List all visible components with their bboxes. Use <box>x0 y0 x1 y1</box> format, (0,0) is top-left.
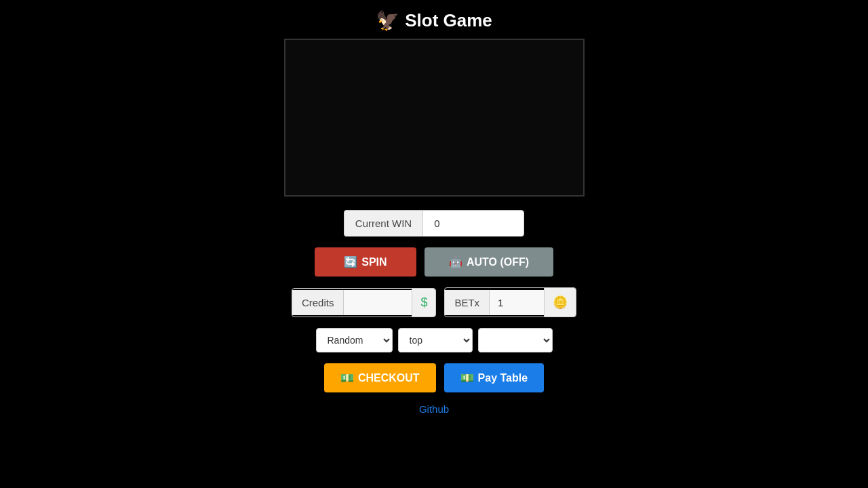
bet-group: BETx 🪙 <box>444 287 576 317</box>
game-canvas <box>284 39 585 197</box>
bet-input[interactable] <box>490 290 544 315</box>
win-row: Current WIN <box>344 210 524 237</box>
action-buttons-row: 💵 CHECKOUT 💵 Pay Table <box>324 363 544 392</box>
win-value-input[interactable] <box>422 210 524 237</box>
paytable-label: Pay Table <box>478 372 528 384</box>
win-label: Current WIN <box>344 210 422 237</box>
selects-row: Random Sequential Fixed top middle botto… <box>316 328 553 352</box>
page-title: Slot Game <box>405 10 492 31</box>
bet-coin-icon[interactable]: 🪙 <box>544 288 576 317</box>
spin-button[interactable]: 🔄 SPIN <box>315 247 416 277</box>
bird-icon: 🦅 <box>376 9 399 32</box>
github-link[interactable]: Github <box>419 403 449 415</box>
auto-button[interactable]: 🤖 AUTO (OFF) <box>425 247 553 277</box>
spin-icon: 🔄 <box>344 256 357 268</box>
checkout-button[interactable]: 💵 CHECKOUT <box>324 363 436 392</box>
credits-label: Credits <box>292 290 344 315</box>
buttons-row: 🔄 SPIN 🤖 AUTO (OFF) <box>315 247 553 277</box>
credits-dollar-icon[interactable]: $ <box>412 289 435 317</box>
position-select[interactable]: top middle bottom <box>398 328 473 352</box>
auto-label: AUTO (OFF) <box>467 256 529 268</box>
credits-row: Credits $ BETx 🪙 <box>292 287 576 317</box>
paytable-button[interactable]: 💵 Pay Table <box>444 363 545 392</box>
android-icon: 🤖 <box>449 256 462 268</box>
credits-group: Credits $ <box>292 288 437 317</box>
page-header: 🦅 Slot Game <box>376 0 492 39</box>
checkout-label: CHECKOUT <box>358 372 420 384</box>
checkout-icon: 💵 <box>340 371 354 384</box>
extra-select[interactable]: Option 1 Option 2 <box>478 328 553 352</box>
credits-input[interactable] <box>344 290 412 315</box>
reel-select[interactable]: Random Sequential Fixed <box>316 328 393 352</box>
spin-label: SPIN <box>361 256 387 268</box>
paytable-icon: 💵 <box>460 371 474 384</box>
bet-label: BETx <box>445 290 490 315</box>
